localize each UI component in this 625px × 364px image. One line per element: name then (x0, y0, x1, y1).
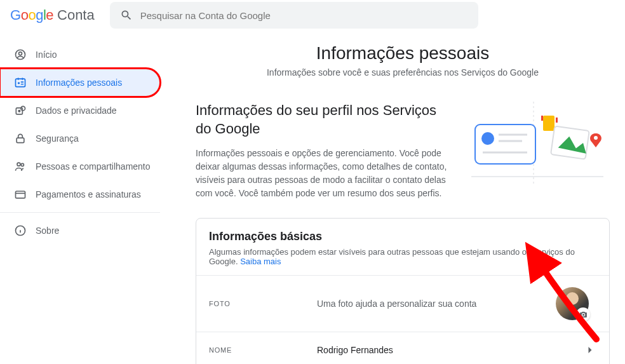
sidebar-item-label: Sobre (36, 226, 59, 236)
search-bar[interactable] (110, 2, 478, 29)
svg-point-22 (594, 136, 598, 140)
svg-rect-18 (543, 116, 554, 131)
privacy-icon (14, 104, 27, 117)
row-photo[interactable]: FOTO Uma foto ajuda a personalizar sua c… (196, 275, 609, 332)
sidebar-item-payments[interactable]: Pagamentos e assinaturas (0, 180, 160, 208)
profile-info-section: Informações do seu perfil nos Serviços d… (196, 102, 610, 200)
section-heading: Informações do seu perfil nos Serviços d… (196, 102, 448, 138)
divider (0, 212, 160, 213)
header: Google Conta (0, 0, 625, 30)
sidebar: Início Informações pessoais Dados e priv… (0, 38, 165, 364)
svg-point-8 (17, 163, 20, 166)
sidebar-item-data-privacy[interactable]: Dados e privacidade (0, 97, 160, 125)
content: Informações pessoais Informações sobre v… (165, 38, 625, 364)
svg-rect-7 (17, 138, 24, 143)
sidebar-item-personal-info[interactable]: Informações pessoais (0, 69, 160, 97)
search-input[interactable] (140, 10, 468, 21)
id-card-icon (14, 76, 27, 89)
product-name: Conta (57, 7, 95, 24)
sidebar-item-label: Pagamentos e assinaturas (36, 189, 141, 199)
lock-icon (14, 132, 27, 145)
card-subtitle: Algumas informações podem estar visíveis… (196, 247, 609, 275)
sidebar-item-label: Informações pessoais (36, 78, 122, 88)
info-icon (14, 224, 27, 237)
svg-point-3 (18, 82, 20, 84)
sidebar-item-about[interactable]: Sobre (0, 217, 160, 245)
svg-rect-10 (16, 191, 25, 198)
people-icon (14, 160, 27, 173)
sidebar-item-label: Início (36, 50, 57, 60)
sidebar-item-label: Dados e privacidade (36, 105, 117, 116)
svg-rect-2 (16, 79, 25, 87)
row-value: Rodrigo Fernandes (317, 345, 584, 355)
page-subtitle: Informações sobre você e suas preferênci… (196, 67, 610, 78)
basic-info-card: Informações básicas Algumas informações … (196, 218, 610, 364)
row-label: NOME (209, 346, 317, 354)
svg-point-6 (18, 111, 20, 112)
user-circle-icon (14, 48, 27, 61)
row-name[interactable]: NOME Rodrigo Fernandes (196, 332, 609, 364)
payments-icon (14, 188, 27, 201)
svg-rect-13 (475, 125, 535, 164)
camera-icon (576, 307, 590, 321)
page-title: Informações pessoais (196, 43, 610, 64)
google-wordmark: Google (10, 7, 53, 24)
sidebar-item-people-sharing[interactable]: Pessoas e compartilhamento (0, 152, 160, 180)
sidebar-item-home[interactable]: Início (0, 41, 160, 69)
search-icon (120, 9, 133, 22)
sidebar-item-label: Segurança (36, 133, 79, 144)
card-title: Informações básicas (196, 230, 609, 243)
section-description: Informações pessoais e opções de gerenci… (196, 147, 448, 200)
chevron-right-icon (584, 344, 596, 356)
svg-point-1 (19, 52, 22, 55)
row-value: Uma foto ajuda a personalizar sua conta (317, 299, 556, 309)
profile-illustration (464, 102, 610, 178)
learn-more-link[interactable]: Saiba mais (240, 257, 281, 266)
sidebar-item-label: Pessoas e compartilhamento (36, 161, 151, 172)
svg-rect-20 (556, 118, 558, 123)
sidebar-item-security[interactable]: Segurança (0, 125, 160, 152)
profile-avatar[interactable] (556, 287, 589, 320)
google-logo[interactable]: Google Conta (10, 7, 95, 24)
svg-point-14 (481, 132, 494, 145)
svg-point-9 (21, 163, 24, 166)
svg-rect-19 (541, 116, 543, 121)
row-label: FOTO (209, 300, 317, 307)
